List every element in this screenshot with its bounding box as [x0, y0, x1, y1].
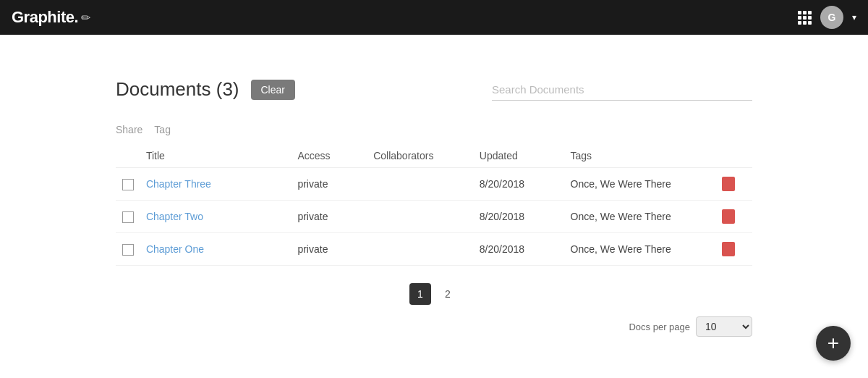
col-checkbox-header	[116, 144, 146, 168]
col-title-header: Title	[146, 144, 298, 168]
search-input[interactable]	[492, 79, 752, 101]
row-access-cell: private	[297, 201, 373, 233]
col-actions-header	[722, 144, 752, 168]
row-checkbox-cell	[116, 201, 146, 233]
page-title: Documents (3)	[116, 78, 239, 101]
trash-icon-0	[722, 177, 735, 191]
col-collaborators-header: Collaborators	[373, 144, 480, 168]
row-title-cell: Chapter Two	[146, 201, 298, 233]
row-checkbox-cell	[116, 168, 146, 201]
grid-icon[interactable]	[798, 11, 812, 25]
docs-per-page-row: Docs per page 10 25 50 100	[116, 316, 752, 337]
col-updated-header: Updated	[480, 144, 571, 168]
row-actions-cell	[722, 233, 752, 266]
docs-per-page-select[interactable]: 10 25 50 100	[696, 316, 752, 337]
main-content: Documents (3) Clear Share Tag Title Acce…	[0, 35, 868, 378]
brand-text: Graphite.	[12, 8, 78, 27]
row-actions-cell	[722, 168, 752, 201]
row-access-cell: private	[297, 168, 373, 201]
delete-button-1[interactable]	[722, 209, 735, 224]
row-checkbox-1[interactable]	[122, 211, 134, 223]
trash-icon-2	[722, 242, 735, 256]
pencil-icon: ✏	[81, 11, 90, 25]
documents-table: Title Access Collaborators Updated Tags …	[116, 144, 752, 266]
delete-button-0[interactable]	[722, 177, 735, 191]
row-updated-cell: 8/20/2018	[480, 201, 571, 233]
navbar: Graphite. ✏ G ▾	[0, 0, 868, 35]
header-row: Documents (3) Clear	[116, 78, 752, 101]
row-checkbox-0[interactable]	[122, 179, 134, 190]
row-checkbox-cell	[116, 233, 146, 266]
title-group: Documents (3) Clear	[116, 78, 295, 101]
docs-per-page-label: Docs per page	[629, 322, 690, 332]
table-row: Chapter Two private 8/20/2018 Once, We W…	[116, 201, 752, 233]
row-collaborators-cell	[373, 168, 480, 201]
add-document-fab[interactable]: +	[816, 326, 851, 361]
row-title-cell: Chapter One	[146, 233, 298, 266]
share-link[interactable]: Share	[116, 124, 142, 135]
avatar[interactable]: G	[820, 6, 843, 29]
col-tags-header: Tags	[571, 144, 723, 168]
row-title-cell: Chapter Three	[146, 168, 298, 201]
clear-button[interactable]: Clear	[251, 80, 295, 100]
row-updated-cell: 8/20/2018	[480, 233, 571, 266]
row-tags-cell: Once, We Were There	[571, 168, 723, 201]
page-2-button[interactable]: 2	[437, 283, 459, 305]
trash-icon-1	[722, 209, 735, 224]
row-collaborators-cell	[373, 233, 480, 266]
tag-link[interactable]: Tag	[154, 124, 171, 135]
row-checkbox-2[interactable]	[122, 244, 134, 256]
delete-button-2[interactable]	[722, 242, 735, 256]
row-tags-cell: Once, We Were There	[571, 201, 723, 233]
doc-link-1[interactable]: Chapter Two	[146, 211, 203, 222]
brand[interactable]: Graphite. ✏	[12, 8, 90, 27]
row-access-cell: private	[297, 233, 373, 266]
table-row: Chapter One private 8/20/2018 Once, We W…	[116, 233, 752, 266]
pagination: 1 2	[116, 283, 752, 305]
row-collaborators-cell	[373, 201, 480, 233]
action-bar: Share Tag	[116, 124, 752, 135]
page-1-button[interactable]: 1	[409, 283, 431, 305]
search-wrapper	[492, 79, 752, 101]
navbar-right: G ▾	[798, 6, 856, 29]
row-tags-cell: Once, We Were There	[571, 233, 723, 266]
doc-link-2[interactable]: Chapter One	[146, 243, 204, 255]
row-actions-cell	[722, 201, 752, 233]
row-updated-cell: 8/20/2018	[480, 168, 571, 201]
table-row: Chapter Three private 8/20/2018 Once, We…	[116, 168, 752, 201]
doc-link-0[interactable]: Chapter Three	[146, 178, 211, 190]
chevron-down-icon[interactable]: ▾	[852, 12, 856, 22]
col-access-header: Access	[297, 144, 373, 168]
